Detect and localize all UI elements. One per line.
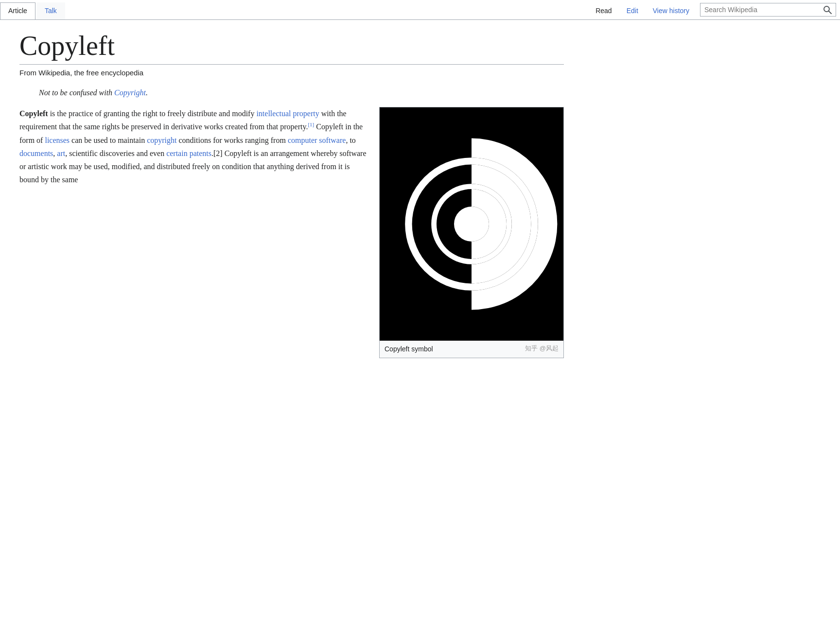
- link-art[interactable]: art: [57, 149, 65, 157]
- link-licenses[interactable]: licenses: [45, 136, 70, 144]
- hatnote-text: Not to be confused with: [39, 88, 112, 97]
- tabs-left: Article Talk: [0, 0, 66, 19]
- copyleft-symbol-svg: [384, 137, 559, 312]
- tabs-right: Read Edit View history: [589, 0, 696, 19]
- body-bold: Copyleft: [19, 109, 48, 118]
- ref-1: [1]: [308, 121, 314, 127]
- tab-view-history[interactable]: View history: [646, 3, 696, 19]
- body-text-7: , scientific discoveries and even: [65, 149, 166, 157]
- header-spacer: [66, 0, 589, 19]
- main-content: Copyleft From Wikipedia, the free encycl…: [0, 20, 583, 376]
- tab-article[interactable]: Article: [0, 2, 35, 19]
- comma-1: ,: [53, 149, 55, 157]
- infobox-image: [380, 107, 563, 341]
- body-text-1: is the practice of granting the right to…: [48, 109, 257, 118]
- search-icon: [823, 5, 832, 14]
- ref-link-1[interactable]: [1]: [308, 121, 314, 127]
- svg-line-1: [829, 11, 832, 14]
- hatnote-end: .: [146, 88, 148, 97]
- link-copyright[interactable]: copyright: [147, 136, 176, 144]
- infobox-image-wrap: Copyleft symbol 知乎 @风起: [380, 107, 563, 357]
- page-header: Article Talk Read Edit View history: [0, 0, 840, 20]
- tab-read[interactable]: Read: [589, 3, 618, 19]
- tab-talk[interactable]: Talk: [36, 2, 65, 19]
- link-computer-software[interactable]: computer software: [288, 136, 346, 144]
- watermark: 知乎 @风起: [525, 344, 559, 354]
- search-button[interactable]: [820, 5, 832, 14]
- caption-text: Copyleft symbol: [385, 345, 433, 353]
- body-text-5: conditions for works ranging from: [176, 136, 287, 144]
- hatnote-link[interactable]: Copyright: [114, 88, 146, 97]
- link-documents[interactable]: documents: [19, 149, 53, 157]
- link-certain-patents[interactable]: certain patents: [166, 149, 211, 157]
- page-title: Copyleft: [19, 30, 564, 65]
- search-bar: [700, 3, 836, 17]
- ref-2: .[2]: [211, 149, 223, 157]
- body-content: Copyleft symbol 知乎 @风起 Copyleft is the p…: [19, 107, 564, 365]
- svg-point-7: [454, 207, 489, 242]
- infobox: Copyleft symbol 知乎 @风起: [379, 107, 564, 358]
- subtitle: From Wikipedia, the free encyclopedia: [19, 69, 564, 77]
- hatnote: Not to be confused with Copyright.: [19, 88, 564, 97]
- infobox-caption: Copyleft symbol 知乎 @风起: [380, 341, 563, 357]
- search-input[interactable]: [704, 6, 820, 14]
- link-intellectual-property[interactable]: intellectual property: [256, 109, 319, 118]
- body-text-4: can be used to maintain: [70, 136, 147, 144]
- body-text-6: , to: [346, 136, 355, 144]
- tab-edit[interactable]: Edit: [620, 3, 645, 19]
